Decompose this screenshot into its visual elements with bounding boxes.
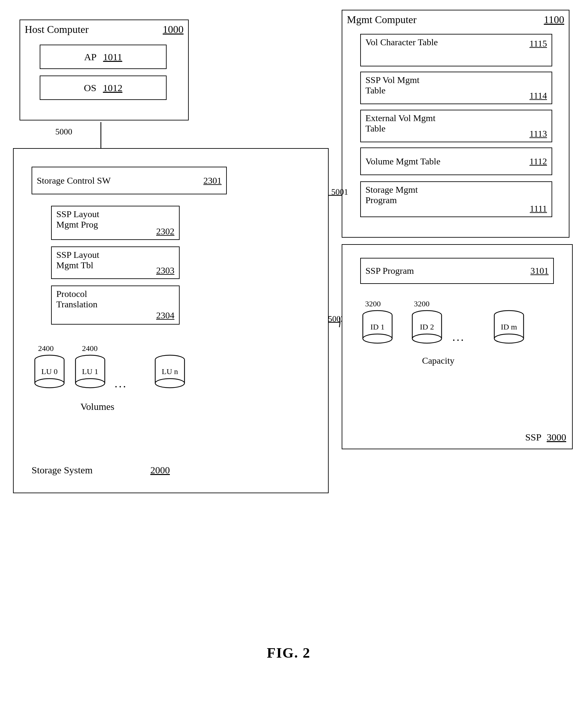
host-computer-box: Host Computer 1000 AP 1011 OS 1012: [20, 20, 189, 120]
ssp-dots: ...: [452, 330, 465, 344]
ssp-title: SSP: [525, 432, 542, 443]
svg-point-19: [155, 379, 185, 388]
ssp-program-label: SSP Program: [365, 266, 414, 276]
ssp-layout-prog-ref: 2302: [156, 226, 174, 237]
vol-mgmt-label: Volume Mgmt Table: [365, 156, 440, 167]
ssp-layout-tbl-box: SSP Layout Mgmt Tbl 2303: [51, 246, 180, 279]
storage-system-ref: 2000: [150, 465, 170, 476]
mgmt-computer-title: Mgmt Computer: [347, 14, 417, 26]
fig-label: FIG. 2: [267, 645, 311, 661]
storage-system-title: Storage System: [31, 465, 93, 476]
ssp-ref: 3000: [547, 432, 566, 443]
vol-char-table-box: Vol Character Table 1115: [360, 34, 552, 66]
ext-vol-ref: 1113: [529, 128, 547, 139]
conn-5001-label: 5001: [331, 187, 348, 197]
lu0-ref-label: 2400: [38, 344, 54, 353]
svg-text:ID 1: ID 1: [370, 323, 384, 331]
ssp-program-box: SSP Program 3101: [360, 258, 554, 284]
vol-char-label: Vol Character Table: [365, 37, 438, 47]
idm-disk: ID m: [493, 309, 525, 348]
diagram: Host Computer 1000 AP 1011 OS 1012 5000 …: [0, 0, 588, 667]
ext-vol-mgmt-box: External Vol Mgmt Table 1113: [360, 110, 552, 142]
id2-ref-label: 3200: [414, 300, 429, 308]
id1-disk: ID 1: [361, 309, 394, 348]
id1-ref-label: 3200: [365, 300, 381, 308]
host-computer-ref: 1000: [163, 23, 184, 36]
lu1-disk: LU 1: [74, 354, 106, 393]
lu-dots: ...: [114, 377, 127, 390]
protocol-label: Protocol Translation: [56, 289, 174, 310]
storage-ctrl-sw-box: Storage Control SW 2301: [31, 167, 227, 195]
os-ref: 1012: [103, 82, 122, 94]
ssp-vol-ref: 1114: [529, 90, 547, 101]
svg-point-37: [494, 334, 524, 343]
svg-text:LU 0: LU 0: [41, 367, 58, 376]
os-box: OS 1012: [40, 76, 167, 100]
vol-mgmt-table-box: Volume Mgmt Table 1112: [360, 147, 552, 175]
storage-system-box: Storage Control SW 2301 SSP Layout Mgmt …: [13, 148, 329, 493]
ssp-vol-mgmt-box: SSP Vol Mgmt Table 1114: [360, 72, 552, 104]
id2-disk: ID 2: [411, 309, 443, 348]
ap-box: AP 1011: [40, 45, 167, 69]
ssp-vol-label: SSP Vol Mgmt Table: [365, 75, 547, 96]
host-computer-title: Host Computer: [25, 23, 88, 36]
svg-point-25: [363, 334, 392, 343]
lu0-disk: LU 0: [33, 354, 66, 393]
ssp-layout-prog-box: SSP Layout Mgmt Prog 2302: [51, 206, 180, 240]
capacity-label: Capacity: [422, 355, 455, 366]
vol-char-ref: 1115: [529, 38, 547, 49]
os-label: OS: [84, 82, 96, 94]
svg-text:LU 1: LU 1: [82, 367, 98, 376]
ap-ref: 1011: [103, 52, 122, 62]
svg-point-13: [76, 379, 105, 388]
svg-point-7: [35, 379, 64, 388]
svg-text:LU n: LU n: [162, 367, 178, 376]
svg-text:ID m: ID m: [501, 323, 517, 331]
mgmt-computer-box: Mgmt Computer 1100 Vol Character Table 1…: [342, 10, 569, 238]
ssp-outer-box: SSP Program 3101 3200 3200 ID 1: [342, 244, 573, 449]
lun-disk: LU n: [153, 354, 186, 393]
storage-ctrl-label: Storage Control SW: [37, 176, 111, 186]
ssp-bottom-label: SSP 3000: [525, 432, 566, 443]
ssp-layout-tbl-ref: 2303: [156, 265, 174, 276]
storage-mgmt-prog-box: Storage Mgmt Program 1111: [360, 181, 552, 217]
ap-label: AP: [84, 52, 96, 62]
protocol-translation-box: Protocol Translation 2304: [51, 286, 180, 325]
mgmt-computer-ref: 1100: [544, 14, 564, 26]
ext-vol-label: External Vol Mgmt Table: [365, 113, 547, 134]
conn-5000-label: 5000: [55, 127, 72, 137]
storage-ctrl-ref: 2301: [203, 176, 222, 186]
svg-point-31: [412, 334, 442, 343]
svg-text:ID 2: ID 2: [420, 323, 434, 331]
volumes-label: Volumes: [80, 401, 114, 412]
lu1-ref-label: 2400: [82, 344, 98, 353]
storage-mgmt-label: Storage Mgmt Program: [365, 185, 547, 205]
ssp-program-ref: 3101: [530, 266, 549, 276]
storage-mgmt-ref: 1111: [530, 203, 547, 214]
vol-mgmt-ref: 1112: [529, 156, 547, 167]
protocol-ref: 2304: [156, 310, 174, 321]
